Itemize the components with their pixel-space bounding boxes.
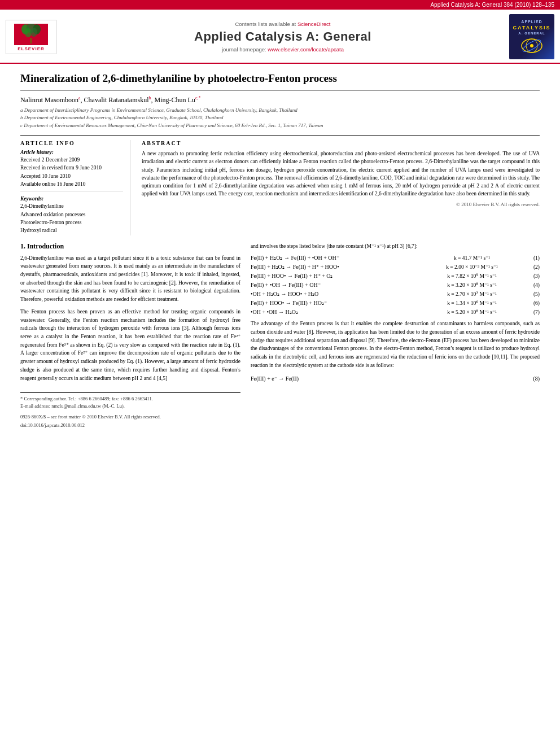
journal-title: Applied Catalysis A: General bbox=[65, 29, 500, 44]
eq2-num: (2) bbox=[523, 264, 540, 270]
eq7-num: (7) bbox=[523, 309, 540, 315]
article-history-label: Article history: bbox=[20, 150, 123, 155]
copyright-line: © 2010 Elsevier B.V. All rights reserved… bbox=[142, 202, 540, 207]
eq1-k: k = 41.7 M⁻¹ s⁻¹ bbox=[421, 255, 523, 261]
eq7-k: k = 5.20 × 10⁸ M⁻¹ s⁻¹ bbox=[421, 309, 523, 315]
equations-list: Fe(II) + H₂O₂ → Fe(III) + •OH + OH⁻ k = … bbox=[251, 255, 540, 315]
eq6-content: Fe(II) + HOO• → Fe(III) + HO₂⁻ bbox=[251, 300, 421, 306]
accepted-date: Accepted 10 June 2010 bbox=[20, 173, 123, 180]
equation-2: Fe(III) + H₂O₂ → Fe(II) + H⁺ + HOO• k = … bbox=[251, 264, 540, 270]
keyword-3: Photoelectro-Fenton process bbox=[20, 219, 123, 226]
footnote-area: * Corresponding author. Tel.: +886 6 266… bbox=[20, 392, 240, 429]
revised-date: Received in revised form 9 June 2010 bbox=[20, 164, 123, 172]
eq3-content: Fe(III) + HOO• → Fe(II) + H⁺ + O₂ bbox=[251, 273, 421, 279]
eq8-num: (8) bbox=[523, 375, 540, 382]
affiliation-b: b Department of Environmental Engineerin… bbox=[20, 114, 540, 122]
abstract-heading: ABSTRACT bbox=[142, 140, 540, 146]
keyword-1: 2,6-Dimethylaniline bbox=[20, 203, 123, 210]
abstract-column: ABSTRACT A new approach to promoting fer… bbox=[142, 140, 540, 235]
corresponding-author: * Corresponding author. Tel.: +886 6 266… bbox=[20, 395, 240, 403]
eq5-num: (5) bbox=[523, 291, 540, 297]
eq7-content: •OH + •OH → H₂O₂ bbox=[251, 309, 421, 315]
affiliations: a Department of Interdisciplinary Progra… bbox=[20, 107, 540, 130]
equation-6: Fe(II) + HOO• → Fe(III) + HO₂⁻ k = 1.34 … bbox=[251, 300, 540, 306]
svg-point-10 bbox=[530, 44, 533, 47]
eq6-k: k = 1.34 × 10⁶ M⁻¹ s⁻¹ bbox=[421, 300, 523, 306]
advantage-paragraph: The advantage of the Fenton process is t… bbox=[251, 320, 540, 369]
journal-homepage: journal homepage: www.elsevier.com/locat… bbox=[65, 46, 500, 53]
svg-point-5 bbox=[30, 28, 37, 37]
svg-rect-6 bbox=[30, 38, 32, 43]
intro-para-1: 2,6-Dimethylaniline was used as a target… bbox=[20, 254, 240, 304]
equations-intro: and involves the steps listed below (the… bbox=[251, 242, 540, 251]
catalysis-logo-box: APPLIED CATALYSIS A: GENERAL bbox=[509, 14, 554, 59]
article-info-column: ARTICLE INFO Article history: Received 2… bbox=[20, 140, 130, 235]
online-date: Available online 16 June 2010 bbox=[20, 181, 123, 188]
eq8-content: Fe(III) + e⁻ → Fe(II) bbox=[251, 375, 523, 382]
equation-7: •OH + •OH → H₂O₂ k = 5.20 × 10⁸ M⁻¹ s⁻¹ … bbox=[251, 309, 540, 315]
article-meta-section: ARTICLE INFO Article history: Received 2… bbox=[20, 135, 540, 235]
eq1-content: Fe(II) + H₂O₂ → Fe(III) + •OH + OH⁻ bbox=[251, 255, 421, 261]
eq2-content: Fe(III) + H₂O₂ → Fe(II) + H⁺ + HOO• bbox=[251, 264, 421, 270]
equation-8: Fe(III) + e⁻ → Fe(II) (8) bbox=[251, 375, 540, 382]
affiliation-a: a Department of Interdisciplinary Progra… bbox=[20, 107, 540, 115]
authors-line: Nalinrut Masomboona, Chavalit Ratanatams… bbox=[20, 95, 540, 104]
equation-3: Fe(III) + HOO• → Fe(II) + H⁺ + O₂ k = 7.… bbox=[251, 273, 540, 279]
main-content: Mineralization of 2,6-dimethylaniline by… bbox=[0, 64, 560, 436]
sciencedirect-line: Contents lists available at ScienceDirec… bbox=[65, 21, 500, 27]
author-2: Chavalit Ratanatamskulb, bbox=[84, 96, 155, 104]
journal-header: ELSEVIER Contents lists available at Sci… bbox=[0, 10, 560, 64]
author-1: Nalinrut Masomboona, bbox=[20, 96, 84, 104]
body-section: 1. Introduction 2,6-Dimethylaniline was … bbox=[20, 242, 540, 429]
received-date: Received 2 December 2009 bbox=[20, 156, 123, 164]
eq2-k: k = 2.00 × 10⁻³ M⁻¹ s⁻¹ bbox=[421, 264, 523, 270]
eq3-num: (3) bbox=[523, 273, 540, 279]
right-body-column: and involves the steps listed below (the… bbox=[251, 242, 540, 429]
top-bar: Applied Catalysis A: General 384 (2010) … bbox=[0, 0, 560, 10]
homepage-url[interactable]: www.elsevier.com/locate/apcata bbox=[268, 46, 344, 53]
introduction-heading: 1. Introduction bbox=[20, 242, 240, 251]
keywords-label: Keywords: bbox=[20, 196, 123, 202]
eq3-k: k = 7.82 × 10⁵ M⁻¹ s⁻¹ bbox=[421, 273, 523, 279]
left-body-column: 1. Introduction 2,6-Dimethylaniline was … bbox=[20, 242, 240, 429]
keyword-2: Advanced oxidation processes bbox=[20, 211, 123, 219]
equation-1: Fe(II) + H₂O₂ → Fe(III) + •OH + OH⁻ k = … bbox=[251, 255, 540, 261]
sciencedirect-link[interactable]: ScienceDirect bbox=[298, 21, 331, 27]
equation-4: Fe(II) + •OH → Fe(III) + OH⁻ k = 3.20 × … bbox=[251, 282, 540, 288]
elsevier-text: ELSEVIER bbox=[8, 46, 54, 51]
author-3: Ming-Chun Luc,* bbox=[155, 96, 201, 104]
abstract-text: A new approach to promoting ferric reduc… bbox=[142, 150, 540, 198]
issn-line: 0926-860X/$ – see front matter © 2010 El… bbox=[20, 413, 240, 421]
eq6-num: (6) bbox=[523, 300, 540, 306]
intro-para-2: The Fenton process has been proven as an… bbox=[20, 308, 240, 382]
eq4-num: (4) bbox=[523, 282, 540, 288]
keyword-4: Hydroxyl radical bbox=[20, 227, 123, 234]
catalysis-logo: APPLIED CATALYSIS A: GENERAL bbox=[509, 14, 554, 59]
doi-line: doi:10.1016/j.apcata.2010.06.012 bbox=[20, 422, 240, 429]
catalysis-label: CATALYSIS bbox=[513, 25, 551, 30]
article-info-heading: ARTICLE INFO bbox=[20, 140, 123, 146]
elsevier-logo: ELSEVIER bbox=[6, 20, 56, 54]
elsevier-tree-icon bbox=[14, 24, 48, 45]
eq1-num: (1) bbox=[523, 255, 540, 261]
equation-5: •OH + H₂O₂ → HOO• + H₂O k = 2.70 × 10⁷ M… bbox=[251, 291, 540, 297]
eq5-content: •OH + H₂O₂ → HOO• + H₂O bbox=[251, 291, 421, 297]
article-title: Mineralization of 2,6-dimethylaniline by… bbox=[20, 72, 540, 91]
journal-citation: Applied Catalysis A: General 384 (2010) … bbox=[430, 2, 554, 8]
eq4-content: Fe(II) + •OH → Fe(III) + OH⁻ bbox=[251, 282, 421, 288]
header-center: Contents lists available at ScienceDirec… bbox=[65, 21, 500, 53]
email-address: E-mail address: nmclu@mail.clma.edu.tw (… bbox=[20, 403, 240, 410]
affiliation-c: c Department of Environmental Resources … bbox=[20, 122, 540, 130]
eq5-k: k = 2.70 × 10⁷ M⁻¹ s⁻¹ bbox=[421, 291, 523, 297]
eq4-k: k = 3.20 × 10⁸ M⁻¹ s⁻¹ bbox=[421, 282, 523, 288]
